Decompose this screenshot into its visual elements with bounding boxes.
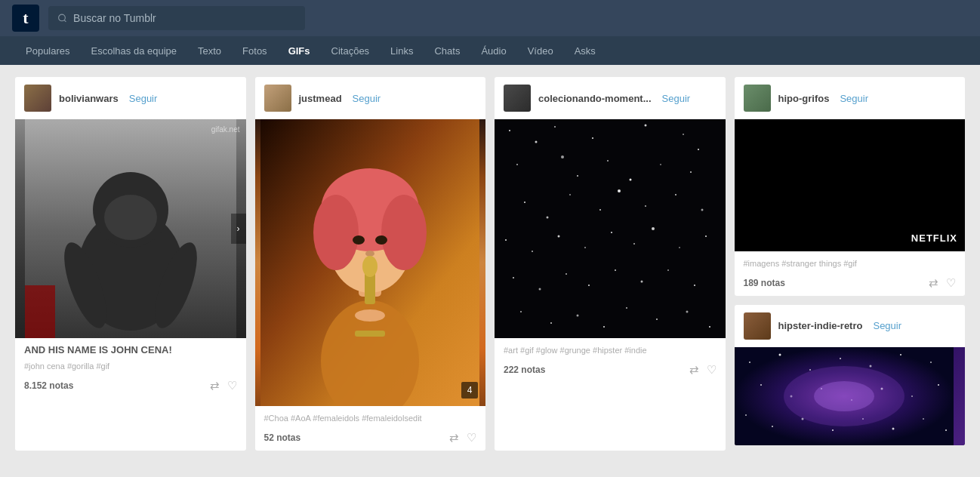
svg-point-58 xyxy=(566,273,567,275)
svg-point-74 xyxy=(778,353,781,355)
post-card: bolivianwars Seguir gifak.net xyxy=(15,77,246,451)
svg-point-22 xyxy=(355,309,385,322)
svg-point-68 xyxy=(626,307,627,309)
svg-point-35 xyxy=(607,160,609,162)
svg-point-85 xyxy=(911,395,913,397)
post-column-4: hipo-grifos Seguir NETFLIX #imagens #str… xyxy=(735,77,966,451)
post-actions: 222 notas ⇄ ♡ xyxy=(504,363,717,377)
nav-links[interactable]: Links xyxy=(380,36,424,65)
nav-citacoes[interactable]: Citações xyxy=(321,36,381,65)
svg-point-50 xyxy=(584,247,586,248)
next-arrow[interactable]: › xyxy=(231,214,246,244)
like-icon[interactable]: ♡ xyxy=(707,363,717,377)
svg-point-6 xyxy=(104,195,157,240)
nav-audio[interactable]: Áudio xyxy=(470,36,516,65)
svg-point-80 xyxy=(760,384,762,386)
action-icons: ⇄ ♡ xyxy=(689,363,717,377)
nav-populares[interactable]: Populares xyxy=(15,36,81,65)
nav-bar: Populares Escolhas da equipe Texto Fotos… xyxy=(0,36,980,65)
svg-point-51 xyxy=(611,232,612,233)
nav-fotos[interactable]: Fotos xyxy=(232,36,278,65)
svg-point-40 xyxy=(547,217,549,219)
post-image xyxy=(735,347,966,445)
reblog-icon[interactable]: ⇄ xyxy=(689,363,699,377)
follow-button[interactable]: Seguir xyxy=(840,93,868,104)
nav-chats[interactable]: Chats xyxy=(424,36,470,65)
post-footer: #imagens #stranger things #gif 189 notas… xyxy=(735,251,966,296)
content-area: bolivianwars Seguir gifak.net xyxy=(0,65,980,477)
svg-point-52 xyxy=(633,243,635,245)
svg-point-31 xyxy=(698,149,699,150)
post-tags: #art #gif #glow #grunge #hipster #indie xyxy=(504,344,717,357)
svg-point-54 xyxy=(679,247,680,248)
search-input[interactable] xyxy=(73,12,296,24)
action-icons: ⇄ ♡ xyxy=(449,431,476,445)
image-count-badge: 4 xyxy=(461,382,478,399)
like-icon[interactable]: ♡ xyxy=(467,431,476,445)
follow-button[interactable]: Seguir xyxy=(873,320,901,331)
nav-gifs[interactable]: GIFs xyxy=(278,36,321,65)
svg-rect-23 xyxy=(355,331,385,337)
svg-point-41 xyxy=(569,194,571,195)
nav-escolhas[interactable]: Escolhas da equipe xyxy=(81,36,187,65)
svg-line-1 xyxy=(64,20,66,22)
reblog-icon[interactable]: ⇄ xyxy=(449,431,459,445)
svg-point-15 xyxy=(313,195,359,270)
svg-point-61 xyxy=(641,281,643,283)
reblog-icon[interactable]: ⇄ xyxy=(210,379,220,392)
notes-count: 222 notas xyxy=(504,365,545,375)
svg-point-59 xyxy=(588,285,590,286)
follow-button[interactable]: Seguir xyxy=(129,93,158,104)
svg-point-45 xyxy=(675,194,676,195)
post-username: justmead xyxy=(299,93,342,104)
post-footer: #art #gif #glow #grunge #hipster #indie … xyxy=(495,338,726,383)
gorilla-image: gifak.net xyxy=(15,119,246,338)
svg-point-30 xyxy=(683,134,684,135)
svg-point-16 xyxy=(381,195,427,270)
post-username: hipster-indie-retro xyxy=(778,320,863,331)
nav-video[interactable]: Vídeo xyxy=(517,36,564,65)
post-header: hipo-grifos Seguir xyxy=(735,77,966,119)
space-svg xyxy=(495,119,713,338)
svg-point-88 xyxy=(772,426,773,427)
svg-point-37 xyxy=(660,164,661,165)
post-card: hipster-indie-retro Seguir xyxy=(735,305,966,445)
avatar xyxy=(264,85,291,112)
image-watermark: gifak.net xyxy=(211,125,240,134)
svg-point-42 xyxy=(599,209,601,211)
reblog-icon[interactable]: ⇄ xyxy=(929,276,938,290)
follow-button[interactable]: Seguir xyxy=(353,93,381,104)
galaxy-image xyxy=(735,347,966,445)
post-image: 4 xyxy=(255,119,486,406)
notes-count: 189 notas xyxy=(744,278,785,288)
like-icon[interactable]: ♡ xyxy=(946,276,956,290)
svg-point-26 xyxy=(535,141,538,143)
action-icons: ⇄ ♡ xyxy=(210,379,237,392)
svg-point-60 xyxy=(615,269,616,271)
action-icons: ⇄ ♡ xyxy=(929,276,956,290)
svg-point-56 xyxy=(513,277,514,279)
svg-point-28 xyxy=(592,137,593,139)
svg-point-21 xyxy=(362,256,378,277)
nav-texto[interactable]: Texto xyxy=(187,36,232,65)
like-icon[interactable]: ♡ xyxy=(227,379,237,392)
svg-point-93 xyxy=(923,418,924,420)
svg-point-94 xyxy=(945,429,947,431)
tumblr-logo[interactable]: t xyxy=(12,5,39,32)
netflix-logo-text: NETFLIX xyxy=(911,232,957,244)
post-username: colecionando-moment... xyxy=(538,93,652,104)
post-header: colecionando-moment... Seguir xyxy=(495,77,726,119)
follow-button[interactable]: Seguir xyxy=(662,93,691,104)
post-image xyxy=(495,119,726,338)
avatar xyxy=(504,85,531,112)
gorilla-svg xyxy=(25,119,236,338)
post-tags: #john cena #gorilla #gif xyxy=(24,360,237,373)
notes-count: 52 notas xyxy=(264,432,301,443)
svg-point-53 xyxy=(652,227,655,230)
nav-asks[interactable]: Asks xyxy=(564,36,606,65)
svg-point-57 xyxy=(539,288,541,291)
svg-point-70 xyxy=(686,311,689,313)
svg-point-66 xyxy=(577,315,579,317)
svg-point-33 xyxy=(561,155,564,158)
post-header: bolivianwars Seguir xyxy=(15,77,246,119)
